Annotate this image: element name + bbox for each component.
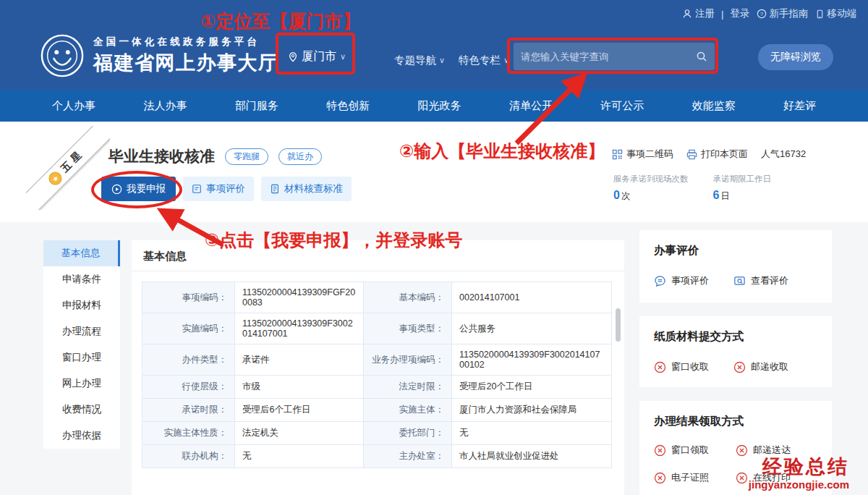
- table-row: 实施主体性质： 法定机关 委托部门： 无: [142, 422, 612, 445]
- emblem-icon: [40, 33, 85, 78]
- site-title: 全国一体化在线政务服务平台 福建省网上办事大厅: [93, 35, 279, 76]
- paper-mail-item: 邮递收取: [733, 360, 788, 373]
- item-evaluate-link[interactable]: 事项评价: [654, 274, 709, 287]
- item-evaluate-label: 事项评价: [671, 274, 709, 287]
- result-window-label: 窗口领取: [671, 444, 709, 457]
- evaluation-card: 办事评价 事项评价 查看评价: [639, 230, 832, 302]
- print-page-link[interactable]: 打印本页面: [686, 148, 748, 161]
- mobile-label: 移动端: [827, 7, 857, 20]
- table-row: 事项编码： 11350200004139309FGF200083 基本编码： 0…: [142, 282, 612, 313]
- evaluate-button[interactable]: 事项评价: [183, 177, 254, 201]
- watermark-name: 经验总结: [749, 454, 849, 480]
- paper-submission-card: 纸质材料提交方式 窗口收取 邮递收取: [639, 316, 832, 387]
- nav-item-permit[interactable]: 许可公示: [600, 99, 644, 113]
- guide-link[interactable]: ? 新手指南: [757, 7, 809, 20]
- scrollbar-thumb[interactable]: [616, 308, 621, 342]
- basic-info-table: 事项编码： 11350200004139309FGF200083 基本编码： 0…: [142, 282, 612, 468]
- menu-topics-label: 专题导航: [394, 54, 436, 67]
- material-standard-button[interactable]: 材料核查标准: [261, 177, 352, 201]
- qr-code-link[interactable]: 事项二维码: [612, 148, 673, 161]
- edit-doc-icon: [192, 184, 202, 194]
- print-page-label: 打印本页面: [701, 148, 748, 161]
- x-circle-icon: [654, 472, 666, 484]
- annotation-step1: ①定位至【厦门市】: [200, 9, 360, 33]
- mobile-icon: [815, 9, 825, 19]
- sidebar-item-process[interactable]: 办理流程: [43, 318, 120, 344]
- evaluation-card-title: 办事评价: [654, 243, 817, 258]
- x-circle-icon: [736, 472, 748, 484]
- evaluate-button-label: 事项评价: [206, 182, 245, 195]
- x-circle-icon: [654, 444, 666, 457]
- table-row: 行使层级： 市级 法定时限： 受理后20个工作日: [142, 376, 612, 399]
- guide-label: 新手指南: [770, 7, 809, 20]
- result-window-item: 窗口领取: [654, 444, 736, 457]
- stat-promise-unit: 日: [720, 191, 730, 201]
- login-label: 登录: [731, 7, 750, 20]
- accessibility-button[interactable]: 无障碍浏览: [758, 44, 833, 70]
- nav-item-legal[interactable]: 法人办事: [143, 99, 187, 113]
- paper-mail-label: 邮递收取: [751, 360, 788, 373]
- paper-submission-title: 纸质材料提交方式: [654, 329, 817, 344]
- sidebar-item-fees[interactable]: 收费情况: [43, 397, 120, 423]
- paper-window-label: 窗口收取: [671, 360, 709, 373]
- menu-topics[interactable]: 专题导航 ∨: [394, 54, 445, 67]
- stat-onsite-unit: 次: [621, 191, 631, 201]
- site-logo: 全国一体化在线政务服务平台 福建省网上办事大厅: [40, 33, 279, 78]
- material-standard-button-label: 材料核查标准: [284, 182, 343, 195]
- nav-item-efficiency[interactable]: 效能监察: [692, 99, 736, 113]
- sidebar-item-basis[interactable]: 办理依据: [43, 423, 120, 449]
- stat-onsite-value: 0: [613, 189, 620, 201]
- sidebar-item-window[interactable]: 窗口办理: [43, 344, 120, 371]
- badge-zero-trip: 零跑腿: [225, 148, 268, 165]
- x-circle-icon: [733, 361, 746, 373]
- topbar-separator: |: [721, 9, 724, 20]
- sidebar-item-materials[interactable]: 申报材料: [43, 292, 120, 318]
- popularity-count: 人气16732: [761, 148, 806, 161]
- badge-nearby: 就近办: [278, 148, 322, 165]
- qr-code-icon: [612, 149, 623, 160]
- sidebar-item-online[interactable]: 网上办理: [43, 371, 120, 397]
- menu-special-columns[interactable]: 特色专栏 ∨: [459, 54, 509, 67]
- stat-promise-days: 承诺期限工作日 6日: [713, 174, 772, 203]
- table-row: 联办机构： 无 主办处室： 市人社局就业创业促进处: [142, 445, 612, 468]
- watermark: 经验总结 jingyanzongjie.com: [749, 454, 849, 491]
- view-evaluations-link[interactable]: 查看评价: [733, 274, 788, 287]
- basic-info-panel: 基本信息 事项编码： 11350200004139309FGF200083 基本…: [132, 240, 624, 495]
- svg-text:?: ?: [760, 11, 763, 17]
- mobile-link[interactable]: 移动端: [815, 7, 857, 20]
- sidebar-item-conditions[interactable]: 申请条件: [43, 266, 120, 292]
- sidebar-item-basic-info[interactable]: 基本信息: [43, 240, 120, 266]
- annotation-step2: ②输入【毕业生接收核准】: [399, 140, 605, 163]
- view-evaluations-label: 查看评价: [751, 274, 788, 287]
- stat-onsite-visits: 服务承诺到现场次数 0次: [613, 174, 689, 203]
- section-sidebar: 基本信息 申请条件 申报材料 办理流程 窗口办理 网上办理 收费情况 办理依据: [43, 240, 120, 449]
- register-label: 注册: [695, 7, 715, 20]
- nav-item-innovation[interactable]: 特色创新: [326, 99, 370, 113]
- document-icon: [270, 184, 280, 194]
- login-link[interactable]: 登录: [731, 7, 750, 20]
- question-icon: ?: [757, 9, 767, 19]
- menu-special-columns-label: 特色专栏: [459, 54, 501, 67]
- table-row: 实施编码： 11350200004139309F3002014107001 事项…: [142, 313, 612, 344]
- nav-item-list[interactable]: 清单公开: [509, 99, 553, 113]
- annotation-step3: ③点击【我要申报】，并登录账号: [205, 229, 462, 252]
- qr-code-label: 事项二维码: [626, 148, 673, 161]
- site-header: 注册 | 登录 ? 新手指南 移动端: [0, 0, 868, 90]
- search-doc-icon: [733, 275, 746, 287]
- platform-line: 全国一体化在线政务服务平台: [93, 35, 279, 48]
- table-row: 办件类型： 承诺件 业务办理项编码： 11350200004139309F300…: [142, 344, 612, 376]
- site-name: 福建省网上办事大厅: [93, 50, 279, 76]
- stat-onsite-label: 服务承诺到现场次数: [613, 174, 689, 185]
- x-circle-icon: [736, 444, 748, 457]
- register-link[interactable]: 注册: [682, 7, 715, 20]
- annotation-box-city: [276, 33, 355, 75]
- stat-promise-label: 承诺期限工作日: [713, 174, 772, 185]
- nav-item-sunshine[interactable]: 阳光政务: [418, 99, 461, 113]
- watermark-site: jingyanzongjie.com: [749, 478, 849, 491]
- user-icon: [682, 9, 692, 19]
- nav-item-personal[interactable]: 个人办事: [52, 99, 95, 113]
- nav-item-department[interactable]: 部门服务: [235, 99, 278, 113]
- nav-item-rating[interactable]: 好差评: [783, 99, 816, 113]
- x-circle-icon: [654, 361, 666, 373]
- medal-icon: ★: [46, 169, 64, 187]
